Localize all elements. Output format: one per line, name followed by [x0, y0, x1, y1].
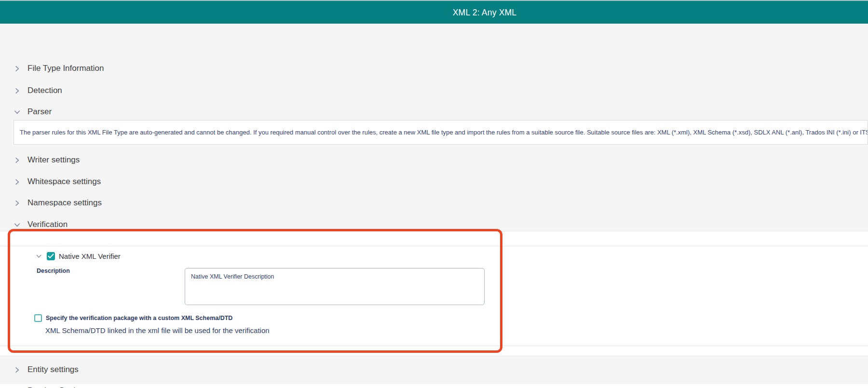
custom-schema-row[interactable]: Specify the verification package with a … [34, 313, 232, 323]
description-label: Description [37, 268, 70, 274]
custom-schema-hint: XML Schema/DTD linked in the xml file wi… [45, 326, 270, 334]
chevron-right-icon [14, 87, 21, 94]
chevron-down-icon [14, 221, 21, 228]
verification-panel: Native XML Verifier Description Native X… [0, 231, 868, 356]
divider [0, 346, 868, 346]
chevron-down-icon [36, 253, 42, 260]
section-detection[interactable]: Detection [14, 85, 62, 96]
section-whitespace-settings[interactable]: Whitespace settings [14, 176, 101, 187]
content-area: File Type Information Detection Parser T… [0, 24, 868, 384]
section-entity-settings[interactable]: Entity settings [14, 364, 79, 375]
divider [0, 246, 868, 246]
title-bar: XML 2: Any XML [0, 1, 868, 24]
section-label: Writer settings [27, 155, 80, 165]
parser-info-banner: The parser rules for this XML File Type … [14, 120, 868, 145]
section-namespace-settings[interactable]: Namespace settings [14, 197, 102, 209]
chevron-right-icon [14, 65, 21, 72]
native-xml-verifier-label: Native XML Verifier [59, 252, 121, 260]
section-label: File Type Information [27, 64, 104, 73]
section-preview-settings[interactable]: Preview Settings [14, 385, 89, 388]
section-label: Whitespace settings [27, 177, 101, 187]
section-writer-settings[interactable]: Writer settings [14, 154, 80, 166]
custom-schema-label: Specify the verification package with a … [46, 315, 232, 321]
chevron-right-icon [14, 366, 21, 374]
section-label: Detection [27, 86, 62, 95]
chevron-right-icon [14, 200, 21, 207]
custom-schema-checkbox[interactable] [34, 314, 42, 322]
native-xml-verifier-checkbox[interactable] [47, 252, 55, 260]
page-title: XML 2: Any XML [453, 8, 517, 18]
section-label: Verification [27, 220, 68, 229]
section-file-type-information[interactable]: File Type Information [14, 63, 104, 74]
settings-page: XML 2: Any XML File Type Information Det… [0, 0, 868, 388]
section-label: Preview Settings [27, 386, 89, 388]
section-label: Entity settings [27, 365, 79, 375]
parser-info-text: The parser rules for this XML File Type … [20, 129, 868, 136]
section-label: Parser [27, 107, 52, 117]
chevron-down-icon [14, 108, 21, 116]
section-parser[interactable]: Parser [14, 106, 52, 118]
section-label: Namespace settings [27, 198, 102, 208]
chevron-right-icon [14, 157, 21, 164]
description-textarea[interactable]: Native XML Verifier Description [185, 268, 485, 305]
chevron-right-icon [14, 178, 21, 186]
native-xml-verifier-row[interactable]: Native XML Verifier [36, 251, 121, 261]
section-verification[interactable]: Verification [14, 219, 68, 230]
